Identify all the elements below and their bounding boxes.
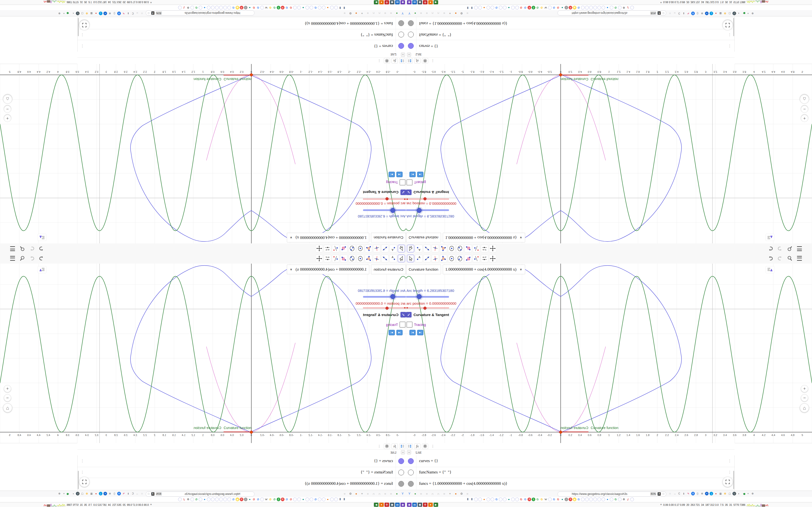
browser-toolbar-icon[interactable]: ∩ [437,11,440,15]
extension-icon[interactable]: C [131,12,135,15]
extension-icon[interactable]: ▥ [90,12,93,15]
bookmark-icon[interactable] [322,6,325,9]
row-kebab-icon[interactable]: ⋮ [81,470,84,474]
layout-panels-button[interactable] [406,58,413,64]
bookmark-icon[interactable] [207,498,210,501]
extension-icon[interactable]: ✿ [723,492,727,495]
visibility-marble[interactable] [398,20,404,26]
arc-length-slider[interactable] [406,296,449,298]
bookmark-icon[interactable] [330,6,334,9]
browser-toolbar-icon[interactable]: ○ [366,11,370,15]
extension-icon[interactable]: ☆ [668,492,672,495]
settings-gear-button[interactable] [422,444,428,449]
bookmark-icon[interactable] [199,6,202,9]
stylebar-button[interactable] [38,266,46,273]
zoom-in-button[interactable]: + [4,385,11,392]
tool-segment-button[interactable] [382,255,389,262]
tool-polygon-button[interactable] [365,245,372,252]
tool-slider-button[interactable]: a=2 [324,255,331,262]
extension-icon[interactable]: → [136,492,139,495]
bookmark-icon[interactable]: W [264,498,268,501]
address-field[interactable]: https://www.geogebra.org/classic/aagcxh3… [558,10,666,15]
taskbar-app-icon[interactable]: ● [379,503,384,507]
bookmark-icon[interactable] [207,6,210,9]
arc-length-slider[interactable] [363,209,406,211]
undo-button[interactable] [38,245,45,252]
extension-icon[interactable]: () [696,12,699,15]
bookmark-icon[interactable]: ● [326,6,329,9]
bookmark-icon[interactable]: G [256,6,260,9]
extension-icon[interactable]: () [113,12,116,15]
visibility-marble[interactable] [398,481,404,487]
bookmark-icon[interactable]: ● [248,6,252,9]
scrollbar-thumb[interactable] [78,471,79,489]
browser-toolbar-icon[interactable]: ○ [465,11,469,15]
visibility-marble[interactable] [408,20,414,26]
bookmark-icon[interactable]: G [523,6,527,9]
extension-icon[interactable]: ◐ [71,12,75,15]
browser-toolbar-icon[interactable]: ○ [366,492,370,496]
taskbar-app-icon[interactable]: ⚙ [423,0,427,4]
extension-icon[interactable]: → [673,492,676,495]
tool-perpendicular-button[interactable] [373,255,380,262]
bookmark-icon[interactable]: ● [301,6,305,9]
bookmark-icon[interactable]: Я [527,498,531,501]
row-kebab-icon[interactable]: ⋮ [728,33,731,37]
bookmark-icon[interactable] [503,6,507,9]
arc-length-slider[interactable] [363,296,406,298]
extension-icon[interactable]: ⚙ [700,12,704,15]
bookmark-icon[interactable] [215,6,219,9]
home-button[interactable]: ⌂ [800,403,809,412]
layout-panels-button[interactable] [399,58,406,64]
bookmark-icon[interactable]: G [540,6,544,9]
extension-icon[interactable]: A [117,492,121,495]
extension-icon[interactable]: → [136,12,139,15]
arc-position-slider-handle[interactable] [423,306,426,310]
arc-length-slider-handle[interactable] [390,294,395,299]
bookmark-icon[interactable] [593,498,597,501]
bookmark-icon[interactable]: S [277,6,280,9]
bookmark-icon[interactable]: f [182,6,186,9]
extension-icon[interactable]: ◐ [71,492,75,495]
bookmark-icon[interactable] [630,498,634,501]
bookmark-icon[interactable]: G [252,498,256,501]
step-back-button[interactable]: |◀ [409,172,416,177]
bookmark-icon[interactable] [219,6,223,9]
taskbar-app-icon[interactable]: ◉ [400,503,405,507]
bookmark-icon[interactable]: G [552,498,556,501]
bookmark-icon[interactable] [548,6,552,9]
bookmark-icon[interactable] [618,6,621,9]
tool-perpendicular-button[interactable] [432,245,439,252]
extension-icon[interactable]: ✎ [687,12,690,15]
browser-toolbar-icon[interactable]: ● [354,492,358,496]
arc-position-slider[interactable] [363,199,406,200]
scrollbar-thumb[interactable] [733,18,734,36]
bookmark-icon[interactable]: Я [569,6,572,9]
arc-length-slider[interactable] [406,209,449,211]
step-back-button[interactable]: |◀ [409,330,416,335]
tool-point-button[interactable]: A [415,245,422,252]
tool-reflect-button[interactable] [332,245,339,252]
extension-icon[interactable]: + [62,12,66,15]
step-forward-button[interactable]: ▶| [389,172,395,177]
arc-position-slider-handle[interactable] [386,306,389,310]
browser-toolbar-icon[interactable]: ● [454,492,458,496]
bookmark-icon[interactable]: G [252,6,256,9]
undo-button[interactable] [767,245,774,252]
bookmark-icon[interactable] [227,498,231,501]
zoom-level-badge[interactable]: 81% [156,492,162,496]
collapse-list-button[interactable]: − [407,53,411,57]
bookmark-icon[interactable]: G [577,498,580,501]
function-tools-button[interactable]: fx [392,58,398,64]
algebra-row[interactable]: funcNames = {" "}⋮ [406,467,734,478]
bookmark-icon[interactable] [597,498,601,501]
extension-icon[interactable]: ✎ [687,492,690,495]
extension-icon[interactable]: () [113,492,116,495]
reader-mode-icon[interactable]: A [151,12,154,15]
bookmark-icon[interactable]: G [536,6,540,9]
menu-button[interactable] [796,255,803,262]
bookmark-icon[interactable]: ● [301,498,305,501]
browser-toolbar-icon[interactable]: + [448,492,452,496]
taskbar-app-icon[interactable]: ● [379,0,384,4]
tool-ellipse-button[interactable] [456,255,463,262]
